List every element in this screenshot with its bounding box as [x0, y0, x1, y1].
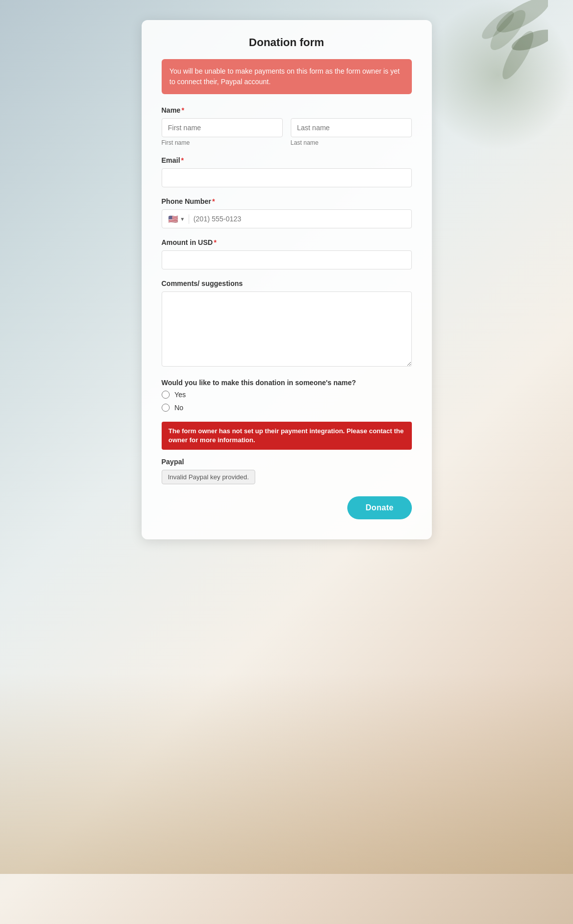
first-name-input[interactable] [162, 118, 283, 137]
paypal-invalid-badge: Invalid Paypal key provided. [162, 470, 256, 484]
amount-label: Amount in USD* [162, 238, 412, 246]
comments-field-group: Comments/ suggestions [162, 279, 412, 369]
comments-label: Comments/ suggestions [162, 279, 412, 287]
form-card: Donation form You will be unable to make… [142, 20, 432, 539]
no-radio-input[interactable] [162, 404, 170, 412]
name-row: First name Last name [162, 118, 412, 146]
email-label: Email* [162, 156, 412, 164]
phone-field-group: Phone Number* 🇺🇸 ▼ [162, 197, 412, 228]
page-container: Donation form You will be unable to make… [0, 0, 573, 924]
us-flag-icon: 🇺🇸 [168, 214, 178, 224]
amount-required-star: * [214, 238, 216, 246]
last-name-sublabel: Last name [291, 139, 412, 146]
phone-country-selector[interactable]: 🇺🇸 ▼ [168, 214, 190, 224]
first-name-sublabel: First name [162, 139, 283, 146]
amount-input[interactable] [162, 250, 412, 269]
name-label: Name* [162, 106, 412, 114]
phone-input[interactable] [193, 210, 405, 228]
phone-input-wrapper: 🇺🇸 ▼ [162, 209, 412, 228]
paypal-section: Paypal Invalid Paypal key provided. [162, 458, 412, 484]
error-banner: The form owner has not set up their paym… [162, 422, 412, 450]
alert-banner: You will be unable to make payments on t… [162, 59, 412, 94]
last-name-input[interactable] [291, 118, 412, 137]
email-field-group: Email* [162, 156, 412, 187]
last-name-col: Last name [291, 118, 412, 146]
yes-radio-label: Yes [175, 391, 186, 399]
yes-radio-option[interactable]: Yes [162, 391, 412, 399]
form-footer: Donate [162, 496, 412, 519]
donation-name-question: Would you like to make this donation in … [162, 379, 412, 387]
donate-button[interactable]: Donate [347, 496, 411, 519]
first-name-col: First name [162, 118, 283, 146]
email-required-star: * [181, 156, 184, 164]
name-required-star: * [182, 106, 184, 114]
name-field-group: Name* First name Last name [162, 106, 412, 146]
donation-name-field-group: Would you like to make this donation in … [162, 379, 412, 412]
radio-group: Yes No [162, 391, 412, 412]
no-radio-label: No [175, 404, 184, 412]
phone-label: Phone Number* [162, 197, 412, 205]
phone-dropdown-arrow-icon: ▼ [180, 216, 185, 222]
phone-required-star: * [212, 197, 215, 205]
comments-textarea[interactable] [162, 291, 412, 367]
amount-field-group: Amount in USD* [162, 238, 412, 269]
form-title: Donation form [162, 36, 412, 49]
paypal-label: Paypal [162, 458, 412, 466]
yes-radio-input[interactable] [162, 391, 170, 399]
email-input[interactable] [162, 168, 412, 187]
no-radio-option[interactable]: No [162, 404, 412, 412]
